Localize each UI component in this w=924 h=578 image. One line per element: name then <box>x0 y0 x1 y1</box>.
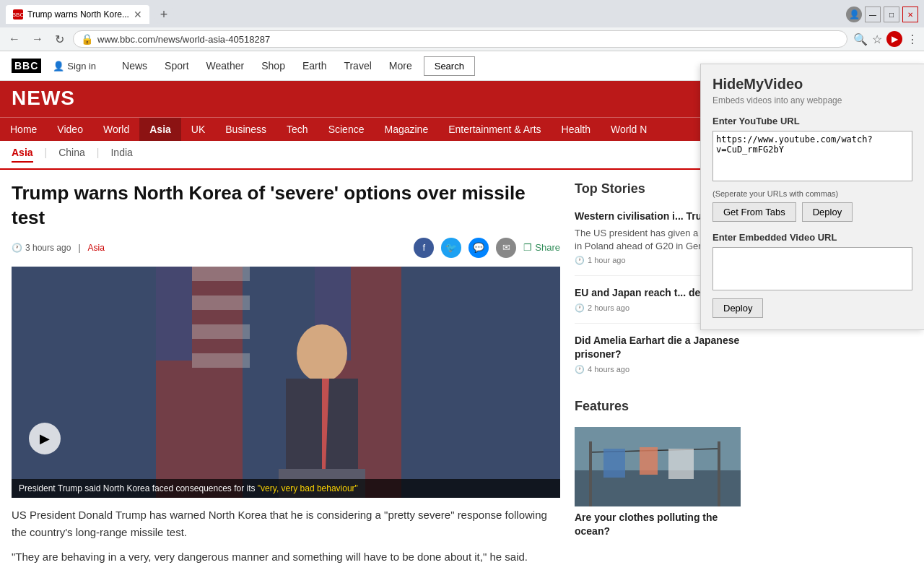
extension-title: HideMyVideo <box>712 76 912 92</box>
signin-label: Sign in <box>67 61 96 72</box>
bbc-logo[interactable]: BBC <box>12 59 41 73</box>
browser-title-bar: BBC Trump warns North Kore... ✕ + 👤 — □ … <box>0 0 924 27</box>
cat-nav-home[interactable]: Home <box>0 118 47 141</box>
bbc-nav-links: News Sport Weather Shop Earth Travel Mor… <box>113 56 421 76</box>
story-time-3: 4 hours ago <box>588 365 629 374</box>
profile-icon[interactable]: 👤 <box>846 7 862 22</box>
messenger-share-button[interactable]: 💬 <box>468 238 489 258</box>
feature-img-inner <box>575 427 741 506</box>
nav-link-more[interactable]: More <box>380 56 421 76</box>
cat-nav-business[interactable]: Business <box>215 118 276 141</box>
window-controls: 👤 — □ ✕ <box>846 7 918 22</box>
close-button[interactable]: ✕ <box>902 7 918 22</box>
tab-title: Trump warns North Kore... <box>27 9 129 20</box>
cat-nav-tech[interactable]: Tech <box>276 118 318 141</box>
deploy-button-2[interactable]: Deploy <box>712 298 763 318</box>
browser-action-buttons: 🔍 ☆ ▶ ⋮ <box>853 31 918 47</box>
article-headline: Trump warns North Korea of 'severe' opti… <box>12 181 560 230</box>
facebook-share-button[interactable]: f <box>414 238 434 258</box>
bbc-news-title: NEWS <box>12 87 75 109</box>
feature-image-1 <box>575 427 741 506</box>
nav-link-earth[interactable]: Earth <box>294 56 335 76</box>
svg-rect-3 <box>156 267 192 361</box>
cat-nav-uk[interactable]: UK <box>181 118 215 141</box>
bookmark-icon[interactable]: ☆ <box>872 33 882 46</box>
nav-link-sport[interactable]: Sport <box>156 56 197 76</box>
sub-nav-separator: | <box>45 147 48 163</box>
browser-tab[interactable]: BBC Trump warns North Kore... ✕ <box>6 5 149 24</box>
new-tab-button[interactable]: + <box>154 4 174 25</box>
twitter-share-button[interactable]: 🐦 <box>441 238 461 258</box>
svg-rect-5 <box>192 267 250 281</box>
sub-nav-china[interactable]: China <box>58 147 85 163</box>
svg-rect-14 <box>575 470 741 506</box>
svg-rect-6 <box>192 296 250 310</box>
minimize-button[interactable]: — <box>865 7 881 22</box>
video-container: ▶ President Trump said North Korea faced… <box>12 267 560 498</box>
nav-link-shop[interactable]: Shop <box>253 56 294 76</box>
svg-point-9 <box>297 324 347 382</box>
sub-nav-india[interactable]: India <box>110 147 132 163</box>
nav-link-weather[interactable]: Weather <box>198 56 253 76</box>
deploy-button-1[interactable]: Deploy <box>802 202 853 222</box>
story-time-2: 2 hours ago <box>588 303 629 312</box>
secure-icon: 🔒 <box>81 33 93 45</box>
forward-button[interactable]: → <box>29 31 46 47</box>
bbc-logo-text: BBC <box>12 59 41 73</box>
caption-highlight: "very, very bad behaviour" <box>258 483 358 493</box>
story-clock-icon-2: 🕐 <box>575 303 585 313</box>
browser-address-bar: ← → ↻ 🔒 🔍 ☆ ▶ ⋮ <box>0 27 924 51</box>
svg-rect-20 <box>718 441 720 506</box>
cat-nav-video[interactable]: Video <box>47 118 93 141</box>
cat-nav-science[interactable]: Science <box>318 118 375 141</box>
svg-rect-8 <box>192 353 250 368</box>
url-input[interactable] <box>97 34 840 45</box>
features-section: Features <box>575 399 741 539</box>
story-title-3[interactable]: Did Amelia Earhart die a Japanese prison… <box>575 334 741 362</box>
svg-rect-19 <box>589 441 592 506</box>
cat-nav-asia[interactable]: Asia <box>139 118 181 141</box>
share-icon: ❐ <box>523 242 532 253</box>
sub-nav-asia[interactable]: Asia <box>12 147 33 163</box>
feature-story-title-1[interactable]: Are your clothes polluting the ocean? <box>575 511 741 539</box>
youtube-url-input[interactable]: https://www.youtube.com/watch?v=CuD_rmFG… <box>712 131 912 181</box>
video-play-button[interactable]: ▶ <box>29 423 61 454</box>
search-icon[interactable]: 🔍 <box>853 33 868 46</box>
user-icon: 👤 <box>53 61 64 72</box>
tab-close-button[interactable]: ✕ <box>134 9 142 20</box>
refresh-button[interactable]: ↻ <box>52 31 67 48</box>
story-item-3: Did Amelia Earhart die a Japanese prison… <box>575 334 741 384</box>
youtube-url-label: Enter YouTube URL <box>712 116 912 126</box>
nav-link-travel[interactable]: Travel <box>335 56 380 76</box>
cat-nav-entertainment[interactable]: Entertainment & Arts <box>438 118 551 141</box>
embed-url-input[interactable] <box>712 247 912 290</box>
story-clock-icon-1: 🕐 <box>575 256 585 265</box>
article-time: 🕐 3 hours ago <box>12 243 71 253</box>
time-text: 3 hours ago <box>25 243 71 253</box>
address-bar[interactable]: 🔒 <box>73 30 847 48</box>
article-para-2: "They are behaving in a very, very dange… <box>12 548 560 566</box>
sub-nav-separator-2: | <box>97 147 100 163</box>
svg-rect-17 <box>640 447 658 475</box>
get-from-tabs-button[interactable]: Get From Tabs <box>712 202 796 222</box>
tab-favicon: BBC <box>13 9 23 20</box>
maximize-button[interactable]: □ <box>884 7 899 22</box>
youtube-extension-icon[interactable]: ▶ <box>886 31 902 47</box>
cat-nav-world[interactable]: World <box>93 118 139 141</box>
back-button[interactable]: ← <box>6 31 23 47</box>
cat-nav-magazine[interactable]: Magazine <box>374 118 438 141</box>
share-button[interactable]: ❐ Share <box>523 242 560 253</box>
video-background <box>12 267 560 498</box>
extension-hint: (Seperate your URLs with commas) <box>712 189 912 198</box>
embed-url-label: Enter Embedded Video URL <box>712 232 912 243</box>
bbc-signin-button[interactable]: 👤 Sign in <box>53 61 96 72</box>
cat-nav-world-news[interactable]: World N <box>601 118 657 141</box>
nav-link-news[interactable]: News <box>113 56 156 76</box>
video-caption: President Trump said North Korea faced c… <box>12 479 560 498</box>
cat-nav-health[interactable]: Health <box>552 118 601 141</box>
extension-subtitle: Embeds videos into any webpage <box>712 95 912 105</box>
article-region[interactable]: Asia <box>88 243 105 253</box>
email-share-button[interactable]: ✉ <box>496 238 516 258</box>
bbc-search-button[interactable]: Search <box>424 56 475 76</box>
more-options-icon[interactable]: ⋮ <box>907 33 918 46</box>
